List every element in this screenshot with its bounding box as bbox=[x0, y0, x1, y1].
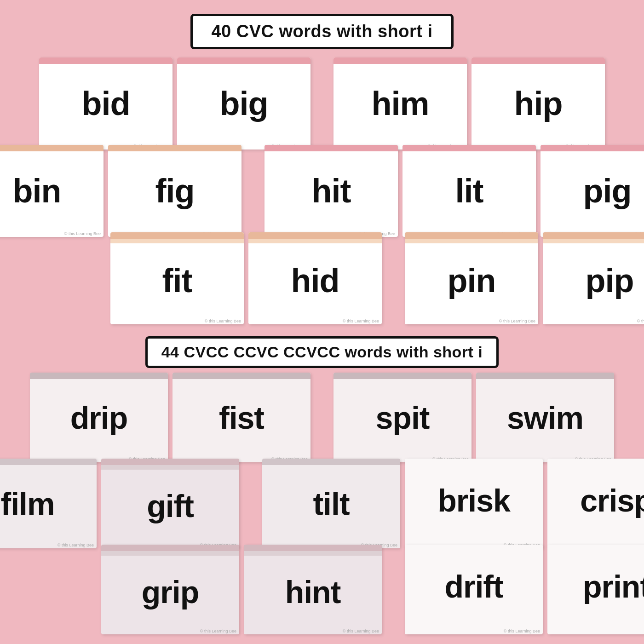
word-bin: bin bbox=[0, 151, 104, 230]
credit-print: © this Learning Bee bbox=[547, 628, 644, 634]
word-pin: pin bbox=[405, 243, 538, 318]
word-print: print bbox=[547, 545, 644, 628]
cvc-row-2: bin © this Learning Bee fig © this Learn… bbox=[0, 145, 644, 237]
card-tilt: tilt © this Learning Bee bbox=[262, 459, 400, 548]
stripe-top bbox=[476, 373, 614, 379]
word-swim: swim bbox=[476, 379, 614, 456]
stripe-top bbox=[264, 145, 398, 151]
card-drift: drift © this Learning Bee bbox=[405, 545, 543, 634]
word-hip: hip bbox=[472, 64, 605, 143]
stripe-light bbox=[101, 551, 239, 556]
stripe-top bbox=[334, 373, 472, 379]
cvcc-row-3: grip © this Learning Bee hint © this Lea… bbox=[0, 545, 644, 634]
word-him: him bbox=[334, 64, 467, 143]
credit-pip: © this Learning Bee bbox=[543, 318, 644, 324]
word-drip: drip bbox=[30, 379, 168, 456]
stripe-top bbox=[177, 58, 310, 64]
card-bid: bid © this Learning Bee bbox=[39, 58, 172, 150]
word-grip: grip bbox=[101, 556, 239, 628]
card-bin: bin © this Learning Bee bbox=[0, 145, 104, 237]
card-grip: grip © this Learning Bee bbox=[101, 545, 239, 634]
stripe-light bbox=[405, 239, 538, 243]
cvc-title-box: 40 CVC words with short i bbox=[190, 14, 453, 49]
stripe-top bbox=[0, 145, 104, 151]
stripe-light bbox=[543, 239, 644, 243]
cvc-section: bid © this Learning Bee big © this Learn… bbox=[14, 58, 630, 327]
word-tilt: tilt bbox=[262, 465, 400, 542]
stripe-top bbox=[540, 145, 644, 151]
word-big: big bbox=[177, 64, 310, 143]
card-crisp: crisp © this Learning Bee bbox=[547, 459, 644, 548]
card-print: print © this Learning Bee bbox=[547, 545, 644, 634]
word-fig: fig bbox=[108, 151, 242, 230]
cvc-title: 40 CVC words with short i bbox=[211, 22, 432, 41]
word-fit: fit bbox=[110, 243, 244, 318]
credit-fit: © this Learning Bee bbox=[110, 318, 244, 324]
card-film: film © this Learning Bee bbox=[0, 459, 97, 548]
card-fist: fist © this Learning Bee bbox=[172, 373, 310, 462]
card-hit: hit © this Learning Bee bbox=[264, 145, 398, 237]
cvcc-title: 44 CVCC CCVC CCVCC words with short i bbox=[161, 343, 483, 361]
stripe-top bbox=[248, 232, 382, 239]
word-pig: pig bbox=[540, 151, 644, 230]
stripe-light bbox=[101, 465, 239, 470]
credit-drift: © this Learning Bee bbox=[405, 628, 543, 634]
stripe-top bbox=[543, 232, 644, 239]
cvcc-row-1: drip © this Learning Bee fist © this Lea… bbox=[30, 373, 614, 462]
stripe-top bbox=[39, 58, 172, 64]
stripe-top bbox=[472, 58, 605, 64]
credit-film: © this Learning Bee bbox=[0, 542, 97, 548]
card-drip: drip © this Learning Bee bbox=[30, 373, 168, 462]
cvcc-row-2: film © this Learning Bee gift © this Lea… bbox=[0, 459, 644, 548]
card-pin: pin © this Learning Bee bbox=[405, 232, 538, 324]
word-lit: lit bbox=[402, 151, 536, 230]
word-film: film bbox=[0, 465, 97, 542]
credit-grip: © this Learning Bee bbox=[101, 628, 239, 634]
word-spit: spit bbox=[334, 379, 472, 456]
credit-hint: © this Learning Bee bbox=[244, 628, 382, 634]
stripe-top bbox=[101, 545, 239, 551]
stripe-light bbox=[244, 551, 382, 556]
card-pip: pip © this Learning Bee bbox=[543, 232, 644, 324]
word-drift: drift bbox=[405, 545, 543, 628]
stripe-top bbox=[244, 545, 382, 551]
stripe-top bbox=[101, 459, 239, 465]
card-gift: gift © this Learning Bee bbox=[101, 459, 239, 548]
stripe-light bbox=[110, 239, 244, 243]
stripe-top bbox=[172, 373, 310, 379]
card-brisk: brisk © this Learning Bee bbox=[405, 459, 543, 548]
card-hid: hid © this Learning Bee bbox=[248, 232, 382, 324]
stripe-top bbox=[108, 145, 242, 151]
card-fit: fit © this Learning Bee bbox=[110, 232, 244, 324]
card-pig: pig © this Learning Bee bbox=[540, 145, 644, 237]
stripe-top bbox=[30, 373, 168, 379]
cvcc-title-box: 44 CVCC CCVC CCVCC words with short i bbox=[145, 336, 499, 368]
card-hip: hip © this Learning Bee bbox=[472, 58, 605, 150]
credit-pin: © this Learning Bee bbox=[405, 318, 538, 324]
cvc-row-1: bid © this Learning Bee big © this Learn… bbox=[39, 58, 605, 150]
card-fig: fig © this Learning Bee bbox=[108, 145, 242, 237]
card-swim: swim © this Learning Bee bbox=[476, 373, 614, 462]
stripe-top bbox=[262, 459, 400, 465]
stripe-top bbox=[334, 58, 467, 64]
cvcc-section: drip © this Learning Bee fist © this Lea… bbox=[14, 373, 630, 637]
card-big: big © this Learning Bee bbox=[177, 58, 310, 150]
cvc-row-3: fit © this Learning Bee hid © this Learn… bbox=[0, 232, 644, 324]
stripe-light bbox=[248, 239, 382, 243]
credit-bin: © this Learning Bee bbox=[0, 230, 104, 237]
word-hid: hid bbox=[248, 243, 382, 318]
word-brisk: brisk bbox=[405, 459, 543, 542]
word-fist: fist bbox=[172, 379, 310, 456]
stripe-top bbox=[402, 145, 536, 151]
word-hit: hit bbox=[264, 151, 398, 230]
card-him: him © this Learning Bee bbox=[334, 58, 467, 150]
word-crisp: crisp bbox=[547, 459, 644, 542]
word-gift: gift bbox=[101, 470, 239, 542]
stripe-top bbox=[405, 232, 538, 239]
word-bid: bid bbox=[39, 64, 172, 143]
word-hint: hint bbox=[244, 556, 382, 628]
card-spit: spit © this Learning Bee bbox=[334, 373, 472, 462]
card-hint: hint © this Learning Bee bbox=[244, 545, 382, 634]
stripe-top bbox=[110, 232, 244, 239]
card-lit: lit © this Learning Bee bbox=[402, 145, 536, 237]
